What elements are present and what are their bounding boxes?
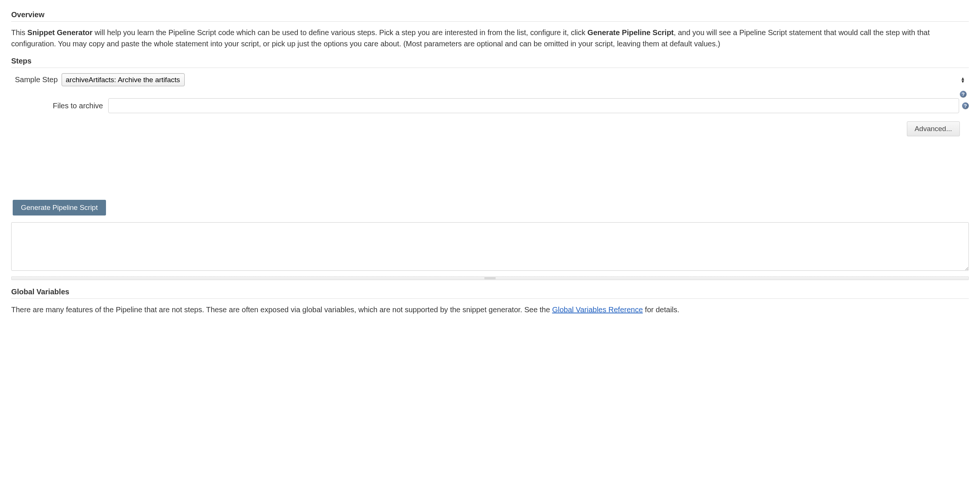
overview-bold-1: Snippet Generator: [27, 29, 92, 37]
overview-text-2: will help you learn the Pipeline Script …: [92, 29, 587, 37]
global-variables-heading: Global Variables: [11, 287, 969, 299]
files-to-archive-row: Files to archive ?: [11, 98, 969, 113]
help-icon[interactable]: ?: [962, 102, 969, 109]
global-variables-reference-link[interactable]: Global Variables Reference: [552, 305, 643, 314]
select-arrows-icon: ▲▼: [961, 77, 965, 83]
pipeline-script-output[interactable]: [11, 222, 969, 271]
overview-description: This Snippet Generator will help you lea…: [11, 27, 969, 49]
overview-heading: Overview: [11, 10, 969, 22]
sample-step-row: Sample Step archiveArtifacts: Archive th…: [11, 73, 969, 86]
files-to-archive-label: Files to archive: [11, 102, 108, 110]
overview-bold-2: Generate Pipeline Script: [587, 29, 674, 37]
grip-icon: [484, 278, 496, 279]
sample-step-select[interactable]: archiveArtifacts: Archive the artifacts: [62, 73, 185, 86]
steps-heading: Steps: [11, 57, 969, 68]
sample-step-select-wrapper: archiveArtifacts: Archive the artifacts …: [62, 73, 969, 86]
help-row-1: ?: [11, 91, 969, 97]
sample-step-label: Sample Step: [11, 75, 58, 84]
advanced-button[interactable]: Advanced...: [907, 121, 960, 136]
global-vars-text-1: There are many features of the Pipeline …: [11, 305, 552, 314]
generate-pipeline-script-button[interactable]: Generate Pipeline Script: [13, 200, 106, 215]
overview-text-1: This: [11, 29, 27, 37]
global-vars-text-2: for details.: [643, 305, 679, 314]
files-to-archive-input[interactable]: [108, 98, 959, 113]
help-icon[interactable]: ?: [960, 91, 967, 97]
resize-divider[interactable]: [11, 276, 969, 280]
global-variables-description: There are many features of the Pipeline …: [11, 304, 969, 315]
advanced-row: Advanced...: [11, 121, 969, 136]
